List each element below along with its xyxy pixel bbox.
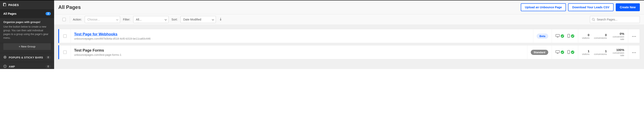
row-title-col: Test Page Forms unbouncepages.com/test-p…	[71, 45, 527, 59]
row-menu-button[interactable]	[628, 45, 640, 59]
filter-label: Filter:	[123, 18, 130, 21]
check-icon	[561, 51, 564, 54]
action-label: Action:	[73, 18, 82, 21]
sidebar-item-popups[interactable]: POPUPS & STICKY BARS 0	[0, 53, 54, 62]
desktop-icon	[556, 34, 560, 38]
search-wrap	[590, 16, 640, 23]
svg-point-6	[592, 18, 594, 20]
check-icon	[561, 34, 564, 38]
download-leads-button[interactable]: Download Your Leads CSV	[568, 3, 614, 11]
page-title-link[interactable]: Test Page for Webhooks	[74, 32, 530, 36]
conversions-stat: 0conversions	[594, 33, 607, 39]
select-all-checkbox[interactable]	[62, 18, 66, 21]
stats-col: 0visitors 0conversions 0%conversion rate	[578, 29, 628, 43]
popups-count: 0	[46, 56, 51, 59]
topbar: All Pages Upload an Unbounce Page Downlo…	[54, 0, 644, 14]
device-col	[552, 45, 578, 59]
page-url: unbouncepages.com/897b0b4a-d518-4cf0-b31…	[74, 37, 530, 40]
new-group-button[interactable]: + New Group	[3, 43, 51, 50]
page-url: unbouncepages.com/test-page-forms-1	[74, 53, 524, 56]
popups-label: POPUPS & STICKY BARS	[9, 56, 43, 59]
svg-point-21	[635, 52, 636, 53]
device-col	[552, 29, 578, 43]
svg-point-18	[568, 53, 569, 54]
check-icon	[571, 51, 574, 54]
pages-icon	[3, 3, 6, 7]
filter-select-value: All...	[136, 18, 142, 21]
svg-line-7	[594, 20, 595, 21]
svg-rect-9	[557, 37, 558, 37]
page-row: Test Page for Webhooks unbouncepages.com…	[58, 29, 640, 43]
rate-stat: 100%conversion rate	[611, 48, 624, 57]
tag-col: Beta	[533, 29, 552, 43]
conversions-stat: 1conversions	[594, 49, 607, 55]
search-input[interactable]	[590, 16, 640, 23]
sidebar-header: PAGES	[0, 0, 54, 9]
groups-desc: Use the button below to create a new gro…	[3, 25, 51, 40]
variant-tag: Beta	[536, 34, 548, 39]
visitors-stat: 0visitors	[582, 33, 590, 39]
amp-icon	[3, 65, 7, 69]
row-menu-button[interactable]	[628, 29, 640, 43]
svg-point-20	[634, 52, 634, 53]
all-pages-count-badge: 2	[46, 12, 51, 15]
sidebar-groups-section: Organize pages with groups! Use the butt…	[0, 18, 54, 43]
sort-select[interactable]: Date Modified	[180, 16, 216, 23]
mobile-status	[568, 50, 574, 55]
filter-bar: Action: Choose... Filter: All... Sort: D…	[54, 14, 644, 25]
upload-button[interactable]: Upload an Unbounce Page	[521, 3, 566, 11]
mobile-icon	[568, 50, 570, 55]
svg-point-13	[634, 36, 634, 37]
svg-rect-16	[557, 53, 558, 54]
sidebar-item-amp[interactable]: AMP 0	[0, 62, 54, 69]
groups-title: Organize pages with groups!	[3, 20, 51, 24]
main-content: All Pages Upload an Unbounce Page Downlo…	[54, 0, 644, 69]
svg-point-4	[5, 57, 5, 57]
row-checkbox-col	[59, 29, 71, 43]
chevron-down-icon	[116, 18, 118, 21]
dots-icon	[632, 51, 636, 54]
target-icon	[3, 56, 7, 60]
stats-col: 1visitors 1conversions 100%conversion ra…	[578, 45, 628, 59]
row-checkbox[interactable]	[63, 34, 66, 38]
desktop-status	[556, 34, 564, 38]
mobile-icon	[568, 34, 570, 38]
check-icon	[571, 34, 574, 38]
sort-select-value: Date Modified	[183, 18, 201, 21]
tag-col: Standard	[527, 45, 552, 59]
action-select-value: Choose...	[88, 18, 100, 21]
sort-label: Sort:	[172, 18, 178, 21]
page-list: Test Page for Webhooks unbouncepages.com…	[54, 25, 644, 69]
sort-direction-toggle[interactable]	[219, 18, 222, 21]
sidebar-item-all-pages[interactable]: All Pages 2	[0, 9, 54, 18]
chevron-down-icon	[165, 18, 167, 21]
svg-rect-8	[556, 34, 560, 37]
rate-stat: 0%conversion rate	[611, 32, 624, 40]
create-new-button[interactable]: Create New	[616, 3, 640, 11]
row-title-col: Test Page for Webhooks unbouncepages.com…	[71, 29, 533, 43]
mobile-status	[568, 34, 574, 38]
amp-count: 0	[46, 65, 51, 68]
sidebar-all-pages-label: All Pages	[3, 12, 16, 15]
filter-select[interactable]: All...	[133, 16, 168, 23]
row-checkbox[interactable]	[63, 51, 66, 54]
svg-point-12	[632, 36, 633, 37]
variant-tag: Standard	[531, 50, 548, 55]
svg-rect-1	[4, 3, 6, 6]
desktop-icon	[556, 50, 560, 54]
header-actions: Upload an Unbounce Page Download Your Le…	[521, 3, 640, 11]
amp-label: AMP	[9, 65, 15, 68]
dots-icon	[632, 34, 636, 38]
select-all-col	[58, 16, 70, 23]
visitors-stat: 1visitors	[582, 49, 590, 55]
sidebar: PAGES All Pages 2 Organize pages with gr…	[0, 0, 54, 69]
page-title-link: Test Page Forms	[74, 48, 524, 53]
svg-point-11	[568, 37, 569, 37]
row-checkbox-col	[59, 45, 71, 59]
svg-point-14	[635, 36, 636, 37]
desktop-status	[556, 50, 564, 54]
page-row: Test Page Forms unbouncepages.com/test-p…	[58, 45, 640, 59]
action-select[interactable]: Choose...	[85, 16, 120, 23]
page-title: All Pages	[58, 4, 81, 10]
chevron-down-icon	[212, 18, 214, 21]
